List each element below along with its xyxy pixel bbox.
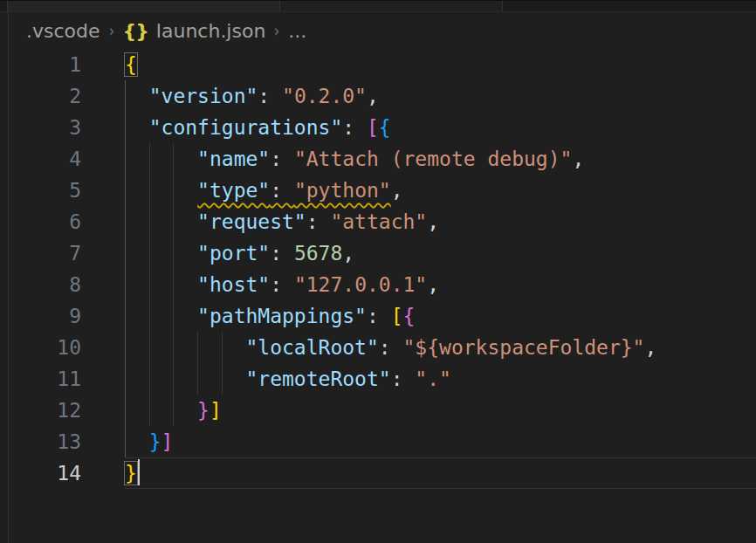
line-number[interactable]: 7: [9, 237, 125, 269]
line-number[interactable]: 1: [9, 49, 125, 80]
text-cursor: [138, 459, 140, 485]
code-line-content: }]: [125, 395, 756, 426]
token: [125, 336, 245, 359]
token: ".": [415, 368, 451, 390]
token: [125, 273, 197, 296]
line-number[interactable]: 5: [9, 175, 125, 206]
code-line-content: }: [125, 457, 756, 489]
matched-bracket: {: [125, 53, 137, 76]
code-line[interactable]: 11 "remoteRoot": ".": [9, 363, 756, 395]
line-number[interactable]: 14: [9, 457, 125, 489]
token: :: [391, 368, 416, 390]
code-text: "remoteRoot": ".": [125, 368, 451, 390]
token: "version": [149, 85, 258, 107]
code-text: }]: [125, 430, 173, 453]
code-line-content: "name": "Attach (remote debug)",: [125, 143, 756, 175]
code-text: "name": "Attach (remote debug)",: [125, 148, 584, 170]
matched-bracket: }: [125, 462, 137, 485]
token: "Attach (remote debug)": [294, 148, 573, 170]
token: "python": [294, 179, 391, 202]
code-line[interactable]: 5 "type": "python",: [9, 175, 756, 206]
token: [125, 85, 149, 107]
line-number[interactable]: 6: [9, 206, 125, 237]
token: ,: [342, 242, 354, 265]
code-line[interactable]: 14}: [9, 457, 756, 489]
chevron-right-icon: ›: [108, 20, 113, 41]
breadcrumb-folder[interactable]: .vscode: [26, 20, 100, 42]
token: [: [391, 305, 403, 327]
code-line-content: "pathMappings": [{: [125, 300, 756, 332]
token: {: [403, 305, 416, 327]
code-line[interactable]: 4 "name": "Attach (remote debug)",: [9, 143, 756, 175]
token: "configurations": [149, 116, 343, 139]
code-text: }]: [125, 399, 222, 422]
line-number[interactable]: 10: [9, 332, 125, 363]
code-text: "type": "python",: [125, 179, 403, 202]
code-line[interactable]: 8 "host": "127.0.0.1",: [9, 269, 756, 300]
token: ,: [644, 336, 656, 359]
code-text: "localRoot": "${workspaceFolder}",: [125, 336, 656, 359]
token: [125, 305, 197, 327]
tab-empty-space: [503, 1, 756, 11]
code-text: {: [125, 53, 137, 76]
token: [125, 368, 245, 390]
code-area: 1{2 "version": "0.2.0",3 "configurations…: [9, 49, 756, 543]
line-number[interactable]: 4: [9, 143, 125, 175]
code-line[interactable]: 7 "port": 5678,: [9, 237, 756, 269]
code-line[interactable]: 6 "request": "attach",: [9, 206, 756, 237]
token: :: [270, 148, 294, 170]
code-line-content: {: [125, 49, 756, 80]
breadcrumb-symbol-placeholder[interactable]: ...: [288, 20, 306, 42]
code-text: "port": 5678,: [125, 242, 354, 265]
code-text: "version": "0.2.0",: [125, 85, 379, 107]
line-number[interactable]: 2: [9, 80, 125, 112]
code-line[interactable]: 10 "localRoot": "${workspaceFolder}",: [9, 332, 756, 363]
token: "${workspaceFolder}": [403, 336, 645, 359]
line-number[interactable]: 8: [9, 269, 125, 300]
token: ,: [391, 179, 403, 202]
code-line[interactable]: 2 "version": "0.2.0",: [9, 80, 756, 112]
line-number[interactable]: 12: [9, 395, 125, 426]
code-text: "pathMappings": [{: [125, 305, 415, 327]
code-line-content: "configurations": [{: [125, 112, 756, 143]
code-line-content: }]: [125, 426, 756, 457]
breadcrumb-file[interactable]: launch.json: [156, 20, 266, 42]
token: }: [149, 430, 162, 453]
code-line[interactable]: 9 "pathMappings": [{: [9, 300, 756, 332]
token: "localRoot": [245, 336, 378, 359]
code-text: "host": "127.0.0.1",: [125, 273, 439, 296]
line-number[interactable]: 13: [9, 426, 125, 457]
code-line-content: "request": "attach",: [125, 206, 756, 237]
token: "pathMappings": [197, 305, 367, 327]
code-line[interactable]: 3 "configurations": [{: [9, 112, 756, 143]
line-number[interactable]: 9: [9, 300, 125, 332]
token: "host": [197, 273, 270, 296]
code-line[interactable]: 1{: [9, 49, 756, 80]
editor-group-edge: [0, 1, 8, 11]
token: [125, 148, 197, 170]
line-number[interactable]: 3: [9, 112, 125, 143]
token: [125, 116, 149, 139]
code-line-content: "host": "127.0.0.1",: [125, 269, 756, 300]
token: :: [367, 305, 391, 327]
token: [125, 210, 197, 233]
token: [: [367, 116, 379, 139]
tab-partial-2[interactable]: [280, 1, 503, 11]
token: [125, 179, 197, 202]
code-line[interactable]: 13 }]: [9, 426, 756, 457]
token: "name": [197, 148, 270, 170]
code-text: "configurations": [{: [125, 116, 391, 139]
tab-partial-1[interactable]: [8, 1, 280, 11]
token: :: [342, 116, 367, 139]
token: ,: [427, 210, 439, 233]
token: :: [379, 336, 403, 359]
token: 5678: [294, 242, 342, 265]
line-number[interactable]: 11: [9, 363, 125, 395]
token: "type": [197, 179, 270, 202]
code-text: }: [125, 462, 137, 485]
token: ,: [367, 85, 379, 107]
token: }: [197, 399, 210, 422]
token: :: [270, 179, 294, 202]
code-line[interactable]: 12 }]: [9, 395, 756, 426]
token: ,: [427, 273, 439, 296]
